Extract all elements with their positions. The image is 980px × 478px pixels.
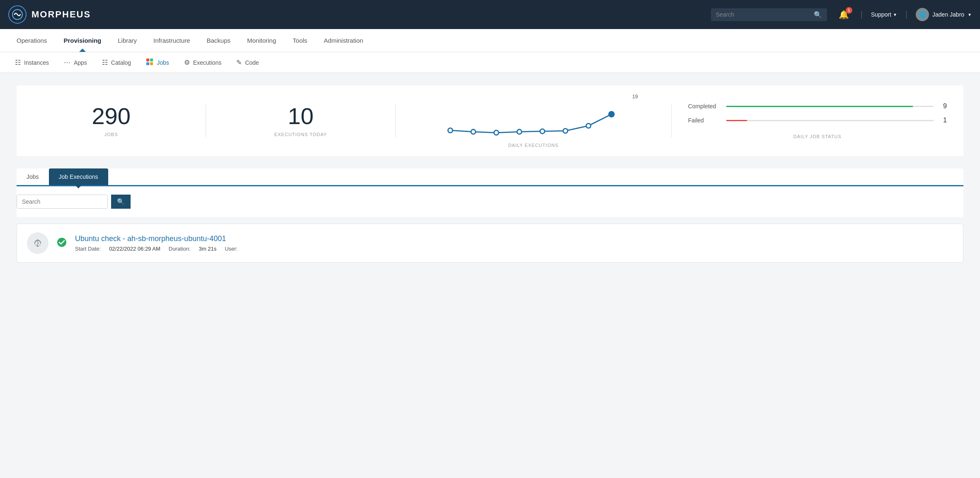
notification-bell[interactable]: 🔔 5 (835, 8, 852, 21)
daily-job-status: Completed 9 Failed 1 DAILY JOB STATUS (672, 94, 963, 147)
jobs-icon (146, 58, 153, 67)
stats-panel: 290 JOBS 10 EXECUTIONS TODAY 19 (17, 85, 963, 156)
subnav-code[interactable]: ✎ Code (230, 55, 265, 70)
jobs-label: JOBS (104, 132, 118, 137)
executions-icon: ⚙ (184, 59, 190, 66)
svg-point-9 (540, 129, 545, 134)
logo[interactable]: MORPHEUS (8, 5, 91, 24)
apps-icon: ⋯ (64, 59, 70, 66)
logo-icon (8, 5, 27, 24)
logo-text: MORPHEUS (32, 9, 91, 20)
jobs-stat: 290 JOBS (17, 92, 206, 149)
svg-point-7 (494, 130, 499, 135)
nav-item-monitoring[interactable]: Monitoring (239, 29, 284, 52)
user-name: Jaden Jabro (932, 11, 964, 18)
nav-divider: | (861, 10, 863, 20)
executions-search-wrap[interactable] (17, 195, 108, 209)
executions-search-row: 🔍 (17, 186, 963, 217)
nav-item-operations[interactable]: Operations (8, 29, 55, 52)
failed-label: Failed (688, 117, 721, 124)
completed-row: Completed 9 (688, 102, 947, 110)
nav-item-administration[interactable]: Administration (315, 29, 371, 52)
svg-point-13 (32, 238, 43, 249)
execution-info: Ubuntu check - ah-sb-morpheus-ubuntu-400… (75, 234, 953, 252)
execution-meta: Start Date: 02/22/2022 06:29 AM Duration… (75, 246, 953, 252)
main-content: 290 JOBS 10 EXECUTIONS TODAY 19 (0, 73, 980, 275)
svg-point-6 (471, 129, 476, 134)
nav-item-infrastructure[interactable]: Infrastructure (145, 29, 198, 52)
user-menu[interactable]: 🌐 Jaden Jabro ▼ (916, 8, 972, 21)
code-icon: ✎ (236, 59, 242, 66)
failed-bar (726, 120, 747, 121)
executions-today-label: EXECUTIONS TODAY (274, 132, 327, 137)
svg-point-12 (609, 112, 614, 117)
subnav-jobs[interactable]: Jobs (139, 55, 176, 71)
nav-item-tools[interactable]: Tools (284, 29, 315, 52)
avatar: 🌐 (916, 8, 929, 21)
daily-executions-chart: 19 DAILY EXECUTIONS (395, 85, 671, 156)
global-search-bar[interactable]: 🔍 (711, 8, 827, 21)
nav-divider-2: | (905, 10, 907, 20)
completed-count: 9 (939, 102, 947, 110)
svg-rect-4 (150, 62, 153, 65)
chevron-down-icon: ▼ (893, 12, 897, 17)
duration-value: 3m 21s (199, 246, 217, 252)
failed-bar-container (726, 120, 934, 121)
svg-point-15 (37, 245, 39, 247)
failed-row: Failed 1 (688, 117, 947, 124)
svg-point-5 (448, 128, 453, 133)
execution-job-icon (27, 232, 49, 254)
subnav-apps[interactable]: ⋯ Apps (57, 55, 94, 70)
executions-search-button[interactable]: 🔍 (111, 195, 131, 209)
catalog-icon: ☷ (102, 59, 108, 66)
svg-point-8 (517, 129, 522, 134)
execution-title[interactable]: Ubuntu check - ah-sb-morpheus-ubuntu-400… (75, 234, 953, 243)
svg-point-14 (37, 239, 39, 241)
svg-rect-1 (146, 59, 149, 61)
executions-line-chart (404, 100, 662, 142)
failed-count: 1 (939, 117, 947, 124)
sub-nav: ☷ Instances ⋯ Apps ☷ Catalog Jobs ⚙ Exec… (0, 52, 980, 73)
jobs-count: 290 (92, 105, 130, 128)
executions-today-stat: 10 EXECUTIONS TODAY (206, 92, 395, 149)
duration-label: Duration: (169, 246, 191, 252)
daily-executions-label: DAILY EXECUTIONS (508, 143, 558, 148)
tab-jobs[interactable]: Jobs (17, 168, 49, 185)
subnav-executions[interactable]: ⚙ Executions (177, 55, 228, 70)
svg-rect-2 (150, 59, 153, 61)
daily-job-status-label: DAILY JOB STATUS (688, 134, 947, 139)
search-icon[interactable]: 🔍 (814, 11, 822, 19)
completed-bar-container (726, 106, 934, 107)
start-date-value: 02/22/2022 06:29 AM (109, 246, 160, 252)
user-chevron-icon: ▼ (968, 12, 972, 17)
executions-today-count: 10 (288, 105, 313, 128)
nav-item-provisioning[interactable]: Provisioning (55, 29, 109, 52)
search-input[interactable] (716, 11, 810, 18)
instances-icon: ☷ (15, 59, 21, 66)
support-button[interactable]: Support ▼ (871, 11, 897, 18)
success-icon (57, 237, 67, 249)
notification-badge: 5 (846, 7, 852, 14)
subnav-catalog[interactable]: ☷ Catalog (95, 55, 138, 70)
svg-point-16 (57, 238, 66, 247)
chart-peak-label: 19 (632, 94, 638, 100)
svg-point-11 (586, 124, 591, 128)
top-navbar: MORPHEUS 🔍 🔔 5 | Support ▼ | 🌐 Jaden Jab… (0, 0, 980, 29)
nav-item-backups[interactable]: Backups (198, 29, 239, 52)
user-label: User: (225, 246, 238, 252)
completed-label: Completed (688, 103, 721, 110)
subnav-instances[interactable]: ☷ Instances (8, 55, 56, 70)
completed-bar (726, 106, 913, 107)
nav-item-library[interactable]: Library (109, 29, 145, 52)
start-date-label: Start Date: (75, 246, 101, 252)
execution-card: Ubuntu check - ah-sb-morpheus-ubuntu-400… (17, 224, 963, 263)
main-nav: Operations Provisioning Library Infrastr… (0, 29, 980, 52)
tab-job-executions[interactable]: Job Executions (49, 168, 108, 185)
svg-point-10 (563, 129, 568, 133)
svg-rect-3 (146, 62, 149, 65)
tabs-bar: Jobs Job Executions (17, 168, 963, 186)
executions-search-input[interactable] (17, 195, 107, 208)
